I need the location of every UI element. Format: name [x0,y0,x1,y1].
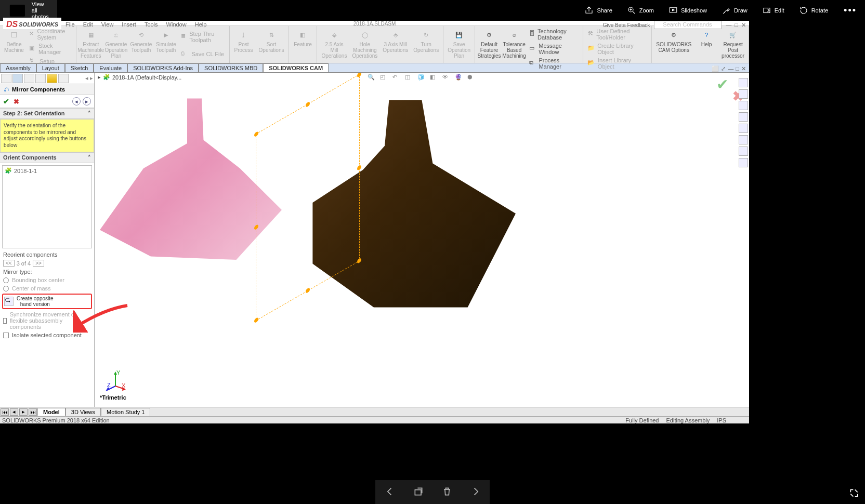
orientation-triad[interactable]: YXZ [105,370,126,391]
pager-prev[interactable]: << [3,260,15,267]
cam-options-button[interactable]: ⚙SOLIDWORKS CAM Options [654,27,693,62]
taskpane-resources-icon[interactable] [739,89,748,99]
menu-bar[interactable]: File Edit View Insert Tools Window Help [62,21,209,28]
save-op-plan-button[interactable]: 💾Save Operation Plan [445,27,473,62]
menu-file[interactable]: File [62,21,78,28]
axis25-button[interactable]: ⬙2.5 Axis Mill Operations [319,27,349,62]
extract-features-button[interactable]: ▦Extract Machinable Features [78,27,103,62]
save-cl-button[interactable]: ⎙Save CL File [179,49,227,59]
scroll-last[interactable]: ⏭ [29,408,37,416]
fm-tab-1[interactable] [1,74,11,83]
tech-db-button[interactable]: 🗄Technology Database [527,27,581,42]
scene-icon[interactable]: ⬢ [467,74,477,83]
menu-help[interactable]: Help [192,21,210,28]
slideshow-button[interactable]: Slideshow [661,0,714,21]
step-back-button[interactable]: ◂ [72,97,81,105]
ok-button[interactable]: ✔ [3,97,9,105]
menu-tools[interactable]: Tools [141,21,161,28]
fm-tab-2[interactable] [12,74,23,83]
zoom-area-icon[interactable]: ◰ [380,74,389,83]
process-manager-button[interactable]: ⧉Process Manager [527,56,581,71]
fm-tab-icons[interactable]: ◂ ▸ [0,73,94,84]
tab-window-controls[interactable]: ⬜⤢—□✕ [712,65,749,72]
menu-window[interactable]: Window [163,21,190,28]
taskpane-forum-icon[interactable] [739,158,748,167]
list-item[interactable]: 🧩 2018-1-1 [4,167,90,175]
window-controls[interactable]: —□✕ [726,22,746,29]
feature-button[interactable]: ◧Feature [291,27,314,62]
scroll-first[interactable]: ⏮ [1,408,9,416]
draw-button[interactable]: Draw [714,0,755,21]
request-post-button[interactable]: 🛒Request Post processor [719,27,746,62]
search-commands-input[interactable]: Search Commands [654,21,722,29]
turn-ops-button[interactable]: ↻Turn Operations [411,27,441,62]
edit-button[interactable]: Edit [755,0,792,21]
axis3-button[interactable]: ⬘3 Axis Mill Operations [381,27,410,62]
insert-library-button[interactable]: 📂Insert Library Object [585,56,649,71]
message-window-button[interactable]: ▭Message Window [527,42,581,56]
delete-button[interactable] [442,486,452,498]
status-units[interactable]: IPS [717,417,726,423]
beta-feedback-link[interactable]: Give Beta Feedback [603,22,650,28]
add-to-button[interactable] [413,486,424,498]
create-library-button[interactable]: 📁Create Library Object [585,42,649,56]
tab-addins[interactable]: SOLIDWORKS Add-Ins [127,63,199,72]
taskpane-explorer-icon[interactable] [739,112,748,122]
more-button[interactable]: ••• [835,5,865,16]
tab-evaluate[interactable]: Evaluate [94,63,127,72]
fm-tab-4[interactable] [35,74,46,83]
heads-up-toolbar[interactable]: 🔍 ◰ ↶ ◫ 🧊 ◧ 👁 🔮 ⬢ [366,73,478,84]
scroll-next[interactable]: ▸ [19,408,28,416]
next-photo-button[interactable] [470,486,481,498]
view-orient-icon[interactable]: 🧊 [417,74,427,83]
taskpane-home-icon[interactable] [739,78,748,87]
taskpane-view-icon[interactable] [739,124,748,133]
fullscreen-button[interactable] [846,485,862,501]
confirm-corner-ok[interactable]: ✔ [716,76,728,93]
hole-ops-button[interactable]: ◯Hole Machining Operations [350,27,379,62]
orient-components-list[interactable]: 🧩 2018-1-1 [2,165,92,248]
display-style-icon[interactable]: ◧ [430,74,439,83]
tab-layout[interactable]: Layout [36,63,65,72]
cancel-button[interactable]: ✖ [14,98,19,105]
sort-ops-button[interactable]: ⇅Sort Operations [257,27,286,62]
radio-bbox[interactable]: Bounding box center [0,276,94,284]
tab-mbd[interactable]: SOLIDWORKS MBD [199,63,263,72]
tab-assembly[interactable]: Assembly [0,63,36,72]
fm-tab-6[interactable] [58,74,69,83]
btab-motion[interactable]: Motion Study 1 [101,408,150,416]
fm-nav-arrows[interactable]: ◂ ▸ [85,75,93,82]
tolerance-machining-button[interactable]: ⌾Tolerance Based Machining [502,27,526,62]
zoom-fit-icon[interactable]: 🔍 [368,74,377,83]
stock-manager-button[interactable]: ▣Stock Manager [27,42,74,56]
define-machine-button[interactable]: Define Machine [2,27,26,62]
tab-cam[interactable]: SOLIDWORKS CAM [263,63,329,72]
menu-view[interactable]: View [98,21,117,28]
prev-view-icon[interactable]: ↶ [392,74,402,83]
rotate-button[interactable]: Rotate [792,0,835,21]
section-icon[interactable]: ◫ [405,74,414,83]
generate-toolpath-button[interactable]: ⟲Generate Toolpath [129,27,153,62]
tab-sketch[interactable]: Sketch [65,63,94,72]
reorient-pager[interactable]: << 3 of 4 >> [0,259,94,268]
step-thru-button[interactable]: ≣Step Thru Toolpath [179,30,227,44]
breadcrumb[interactable]: ▸ 🧩 2018-1A (Default<Display... [98,74,181,81]
simulate-toolpath-button[interactable]: ▶Simulate Toolpath [154,27,178,62]
generate-op-plan-button[interactable]: ⎌Generate Operation Plan [104,27,128,62]
taskpane-appearance-icon[interactable] [739,135,748,144]
pager-next[interactable]: >> [33,260,44,267]
graphics-viewport[interactable]: ▸ 🧩 2018-1A (Default<Display... 🔍 ◰ ↶ ◫ … [95,73,749,407]
fm-tab-3[interactable] [24,74,34,83]
user-tool-holder-button[interactable]: 🛠User Defined Tool/Holder [585,27,649,42]
zoom-button[interactable]: Zoom [620,0,661,21]
menu-edit[interactable]: Edit [80,21,96,28]
taskpane-library-icon[interactable] [739,101,748,110]
help-button[interactable]: ?Help [694,27,718,62]
step-forward-button[interactable]: ▸ [83,97,91,105]
task-pane-tabs[interactable] [739,78,749,167]
coordinate-system-button[interactable]: ⤧Coordinate System [27,27,74,42]
orient-header[interactable]: Orient Components˄ [0,152,94,163]
appearance-icon[interactable]: 🔮 [455,74,464,83]
step2-header[interactable]: Step 2: Set Orientation˄ [0,108,94,119]
default-strategies-button[interactable]: ⚙Default Feature Strategies [477,27,501,62]
